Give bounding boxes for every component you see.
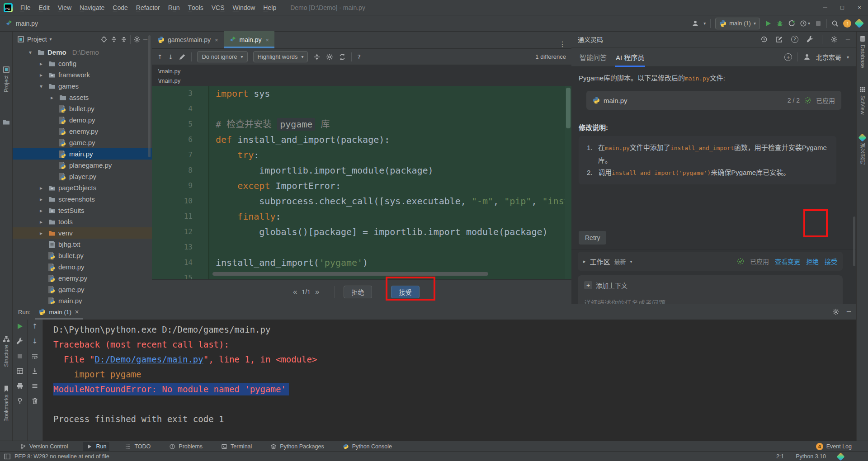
- toolwindow-button-todo[interactable]: TODO: [121, 442, 154, 451]
- tongyi-lingma-icon[interactable]: [854, 19, 864, 28]
- horizontal-scrollbar[interactable]: [212, 272, 488, 276]
- menu-item-edit[interactable]: Edit: [35, 0, 54, 15]
- view-changes-link[interactable]: 查看变更: [775, 257, 800, 266]
- right-strip-item-通义灵码[interactable]: 通义灵码: [857, 135, 868, 165]
- right-strip-item-database[interactable]: Database: [857, 35, 868, 68]
- left-strip-item-folder[interactable]: [0, 118, 12, 126]
- run-button[interactable]: [764, 20, 772, 27]
- menu-item-vcs[interactable]: VCS: [208, 0, 229, 15]
- tree-item-pageObjects[interactable]: ▸pageObjects: [13, 182, 152, 193]
- ignore-policy-select[interactable]: Do not ignore▾: [197, 51, 247, 62]
- collapse-all-button[interactable]: [120, 36, 127, 43]
- chevron-down-icon[interactable]: ▾: [808, 21, 810, 26]
- coverage-button[interactable]: [788, 20, 795, 27]
- tree-item-bjhg.txt[interactable]: bjhg.txt: [13, 239, 152, 250]
- caret-position[interactable]: 2:1: [776, 453, 784, 460]
- pin-icon[interactable]: [16, 397, 24, 405]
- tree-item-enemy.py[interactable]: enemy.py: [13, 126, 152, 137]
- wrench-icon[interactable]: [16, 337, 24, 345]
- menu-item-window[interactable]: Window: [229, 0, 259, 15]
- rerun-play-icon[interactable]: [16, 322, 24, 330]
- run-console[interactable]: D:\Python\python.exe D:/Demo/games/main.…: [43, 320, 856, 441]
- tree-item-game.py[interactable]: game.py: [13, 284, 152, 295]
- assistant-hide-button[interactable]: ─: [846, 35, 850, 43]
- chevron-down-icon[interactable]: ▾: [50, 37, 52, 42]
- retry-button[interactable]: Retry: [579, 231, 606, 245]
- menu-item-code[interactable]: Code: [108, 0, 132, 15]
- project-settings-gear-icon[interactable]: [133, 36, 141, 43]
- menu-item-run[interactable]: Run: [164, 0, 184, 15]
- chat-input-placeholder[interactable]: 详细描述你的任务或者问题: [584, 298, 836, 304]
- next-difference-icon[interactable]: ↓: [168, 53, 174, 61]
- trash-icon[interactable]: [31, 397, 38, 405]
- python-interpreter[interactable]: Python 3.10: [796, 453, 826, 460]
- chevron-right-icon[interactable]: ▸: [37, 185, 45, 191]
- code-area[interactable]: 3import sys45# 检查并安装 pygame 库6def instal…: [152, 86, 571, 279]
- run-config-selector[interactable]: main (1) ▾: [715, 18, 760, 29]
- tree-item-planegame.py[interactable]: planegame.py: [13, 160, 152, 171]
- project-scrollbar[interactable]: [148, 35, 151, 157]
- chevron-right-icon[interactable]: ▸: [37, 72, 45, 78]
- reject-all-link[interactable]: 拒绝: [806, 257, 819, 266]
- right-strip-item-sciview[interactable]: SciView: [857, 86, 868, 114]
- assistant-scrollbar[interactable]: [853, 216, 855, 266]
- chevron-down-icon[interactable]: ▾: [630, 259, 632, 264]
- menu-icon[interactable]: [31, 382, 38, 390]
- workspace-row[interactable]: ▸ 工作区 最新 ▾ 已应用 查看变更 拒绝 接受: [578, 252, 843, 271]
- sync-scroll-icon[interactable]: [339, 53, 346, 61]
- workspace-latest-label[interactable]: 最新: [614, 257, 626, 266]
- tree-item-player.py[interactable]: player.py: [13, 171, 152, 182]
- tree-item-bullet.py[interactable]: bullet.py: [13, 103, 152, 114]
- tree-item-config[interactable]: ▸config: [13, 58, 152, 69]
- hide-panel-button[interactable]: ─: [143, 35, 147, 43]
- tree-item-assets[interactable]: ▸assets: [13, 92, 152, 103]
- run-hide-button[interactable]: ─: [847, 308, 851, 316]
- chevron-right-icon[interactable]: ▸: [37, 230, 45, 236]
- menu-item-help[interactable]: Help: [259, 0, 280, 15]
- close-button[interactable]: ×: [851, 0, 868, 15]
- toolwindow-button-run[interactable]: Run: [83, 442, 109, 451]
- new-session-plus-icon[interactable]: +: [784, 53, 792, 61]
- chevron-down-icon[interactable]: ▾: [37, 83, 45, 89]
- chevron-right-icon[interactable]: ▸: [37, 61, 45, 67]
- chevron-right-icon[interactable]: ▸: [583, 259, 586, 264]
- stop-icon[interactable]: [16, 352, 24, 360]
- search-everywhere-icon[interactable]: [831, 20, 839, 27]
- accept-all-link[interactable]: 接受: [825, 257, 837, 266]
- chevron-right-icon[interactable]: ▸: [48, 94, 56, 101]
- project-view-title[interactable]: Project: [27, 36, 47, 43]
- tree-item-demo.py[interactable]: demo.py: [13, 261, 152, 273]
- toolwindow-button-python-packages[interactable]: Python Packages: [267, 442, 327, 451]
- up-arrow-icon[interactable]: ↑: [32, 322, 38, 330]
- editor-tabs-more-icon[interactable]: ⋮: [553, 40, 571, 48]
- assistant-tab-AI 程序员[interactable]: AI 程序员: [615, 47, 645, 67]
- close-tab-icon[interactable]: ×: [75, 309, 79, 315]
- vcs-user-icon[interactable]: [692, 20, 699, 27]
- menu-item-view[interactable]: View: [54, 0, 75, 15]
- tongyi-status-icon[interactable]: [836, 452, 844, 461]
- accept-change-button[interactable]: 接受: [391, 286, 420, 298]
- left-strip-item-structure[interactable]: Structure: [0, 335, 12, 367]
- update-notification-icon[interactable]: ↑: [843, 19, 851, 28]
- expand-all-button[interactable]: [110, 36, 118, 43]
- left-strip-item-project[interactable]: Project: [0, 66, 12, 92]
- chevron-right-icon[interactable]: ▸: [37, 219, 45, 225]
- chevron-right-icon[interactable]: ▸: [37, 207, 45, 214]
- tree-item-main.py[interactable]: main.py: [13, 148, 152, 160]
- layout-icon[interactable]: [16, 367, 24, 375]
- tree-item-enemy.py[interactable]: enemy.py: [13, 273, 152, 284]
- debug-button[interactable]: [776, 20, 783, 27]
- diff-settings-gear-icon[interactable]: [326, 53, 333, 61]
- collapse-unchanged-icon[interactable]: [313, 53, 321, 61]
- reject-change-button[interactable]: 拒绝: [344, 286, 372, 298]
- run-tab[interactable]: main (1) ×: [35, 304, 83, 320]
- run-settings-gear-icon[interactable]: [832, 308, 840, 315]
- chevron-down-icon[interactable]: ▾: [26, 49, 34, 56]
- menu-item-file[interactable]: File: [16, 0, 35, 15]
- down-arrow-icon[interactable]: ↓: [32, 337, 38, 345]
- add-context-button[interactable]: + 添加上下文: [584, 281, 627, 290]
- select-opened-file-button[interactable]: [100, 36, 108, 43]
- event-log-button[interactable]: 4Event Log: [816, 443, 852, 450]
- print-icon[interactable]: [16, 382, 24, 390]
- tree-item-main.py[interactable]: main.py: [13, 295, 152, 304]
